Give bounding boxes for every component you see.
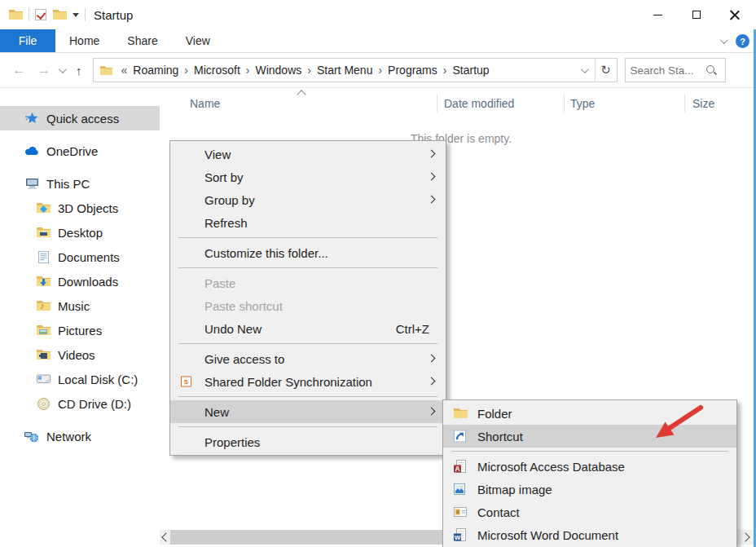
scroll-left-icon[interactable] <box>161 532 170 541</box>
pictures-folder-icon <box>36 324 51 337</box>
tab-view[interactable]: View <box>172 29 224 52</box>
column-divider[interactable] <box>684 94 685 112</box>
column-divider[interactable] <box>437 94 437 112</box>
title-bar: Startup <box>0 0 756 29</box>
sidebar-item-label: Quick access <box>46 112 119 126</box>
submenu-arrow-icon <box>428 408 436 416</box>
sidebar-item-this-pc[interactable]: This PC <box>0 171 160 196</box>
breadcrumb-segment-start-menu[interactable]: Start Menu <box>317 64 372 77</box>
menu-item-view[interactable]: View <box>170 143 446 165</box>
submenu-item-microsoft-word-document[interactable]: W Microsoft Word Document <box>443 523 736 546</box>
search-icon[interactable] <box>705 64 717 76</box>
help-button[interactable]: ? <box>736 34 749 48</box>
maximize-button[interactable] <box>677 0 715 29</box>
menu-separator <box>178 237 437 238</box>
sort-ascending-icon <box>297 90 305 99</box>
menu-item-label: Undo New <box>204 322 262 336</box>
menu-item-new[interactable]: New <box>170 400 446 423</box>
sidebar-item-desktop[interactable]: Desktop <box>0 220 160 245</box>
address-bar-row: ← → ↑ « Roaming › Microsoft › Windows › … <box>0 53 756 88</box>
menu-item-undo-new[interactable]: Undo New Ctrl+Z <box>170 317 446 340</box>
sidebar-item-quick-access[interactable]: Quick access <box>0 106 160 130</box>
breadcrumb-overflow[interactable]: « <box>116 64 134 77</box>
sidebar-item-documents[interactable]: Documents <box>0 245 160 269</box>
column-header-name[interactable]: Name <box>190 97 220 110</box>
shortcut-arrow-icon <box>454 430 466 443</box>
sidebar-item-videos[interactable]: Videos <box>0 342 160 367</box>
sidebar-item-cd-drive-d[interactable]: CD Drive (D:) <box>0 391 160 416</box>
up-button[interactable]: ↑ <box>76 64 82 77</box>
downloads-folder-icon <box>36 275 51 288</box>
sidebar-item-onedrive[interactable]: OneDrive <box>0 139 160 163</box>
column-header-size[interactable]: Size <box>692 97 714 110</box>
sidebar-item-label: Documents <box>58 250 120 264</box>
minimize-button[interactable] <box>639 0 677 29</box>
window-title: Startup <box>94 8 133 22</box>
toolbar-separator <box>85 8 86 21</box>
app-folder-icon <box>8 8 23 21</box>
menu-item-customize-this-folder[interactable]: Customize this folder... <box>170 241 446 264</box>
search-box[interactable] <box>625 58 726 82</box>
window-controls <box>639 0 754 29</box>
scroll-right-icon[interactable] <box>741 532 749 541</box>
download-arrow-overlay-icon <box>40 282 46 286</box>
sidebar-item-label: Local Disk (C:) <box>58 373 138 386</box>
customize-toolbar-caret-icon[interactable] <box>73 13 79 17</box>
address-dropdown-button[interactable] <box>574 59 595 82</box>
menu-item-shared-folder-synchronization[interactable]: S Shared Folder Synchronization <box>170 370 446 393</box>
column-header-date-modified[interactable]: Date modified <box>444 97 514 110</box>
ribbon-tab-bar: File Home Share View ? <box>0 29 756 53</box>
chevron-down-icon <box>581 65 589 73</box>
breadcrumb-segment-windows[interactable]: Windows <box>255 64 301 77</box>
breadcrumb-segment-startup[interactable]: Startup <box>452 64 489 77</box>
menu-item-properties[interactable]: Properties <box>170 430 446 453</box>
menu-item-paste: Paste <box>170 271 446 294</box>
back-button[interactable]: ← <box>12 64 25 77</box>
address-bar[interactable]: « Roaming › Microsoft › Windows › Start … <box>93 58 618 82</box>
column-header-type[interactable]: Type <box>570 97 595 110</box>
sidebar-item-label: This PC <box>46 177 90 191</box>
annotation-arrow-icon <box>650 401 709 445</box>
collapse-ribbon-chevron-icon[interactable] <box>720 36 728 44</box>
menu-item-sort-by[interactable]: Sort by <box>170 165 446 188</box>
breadcrumb-segment-roaming[interactable]: Roaming <box>133 64 178 77</box>
column-divider[interactable] <box>564 94 565 112</box>
sidebar-item-downloads[interactable]: Downloads <box>0 269 160 293</box>
menu-item-refresh[interactable]: Refresh <box>170 211 446 234</box>
breadcrumb-segment-microsoft[interactable]: Microsoft <box>194 64 240 77</box>
menu-item-label: Sort by <box>204 170 244 184</box>
cd-disc-icon <box>36 397 51 410</box>
refresh-button[interactable]: ↻ <box>595 59 617 82</box>
submenu-item-contact[interactable]: a Contact <box>443 501 736 523</box>
menu-item-give-access-to[interactable]: Give access to <box>170 347 446 370</box>
monitor-icon <box>24 177 39 190</box>
tab-share[interactable]: Share <box>113 29 171 52</box>
svg-text:W: W <box>455 534 461 541</box>
breadcrumb-segment-programs[interactable]: Programs <box>388 64 437 77</box>
tab-file[interactable]: File <box>0 29 55 52</box>
sidebar-item-network[interactable]: Network <box>0 424 160 448</box>
menu-item-label: Shortcut <box>477 430 523 443</box>
properties-check-icon[interactable] <box>35 9 46 20</box>
sidebar-item-pictures[interactable]: Pictures <box>0 318 160 342</box>
tab-home[interactable]: Home <box>55 29 113 52</box>
close-icon <box>730 10 740 20</box>
sidebar-item-3d-objects[interactable]: 3D Objects <box>0 196 160 220</box>
new-folder-icon[interactable] <box>52 8 67 21</box>
ribbon-right-controls: ? <box>720 29 749 53</box>
search-input[interactable] <box>631 64 705 77</box>
forward-button[interactable]: → <box>37 64 51 77</box>
sidebar-item-music[interactable]: ♪ Music <box>0 293 160 318</box>
sidebar-item-label: Network <box>46 430 91 443</box>
breadcrumb-separator: › <box>301 64 317 77</box>
submenu-item-microsoft-access-database[interactable]: A Microsoft Access Database <box>443 455 736 478</box>
sidebar-item-local-disk-c[interactable]: Local Disk (C:) <box>0 367 160 391</box>
close-button[interactable] <box>715 0 754 29</box>
sidebar-item-label: Music <box>58 299 90 313</box>
menu-item-group-by[interactable]: Group by <box>170 188 446 211</box>
sidebar-item-label: 3D Objects <box>58 201 118 215</box>
submenu-item-bitmap-image[interactable]: Bitmap image <box>443 478 736 501</box>
recent-locations-chevron-icon[interactable] <box>59 65 67 73</box>
menu-item-label: Paste <box>204 276 235 290</box>
music-folder-icon: ♪ <box>36 299 51 312</box>
